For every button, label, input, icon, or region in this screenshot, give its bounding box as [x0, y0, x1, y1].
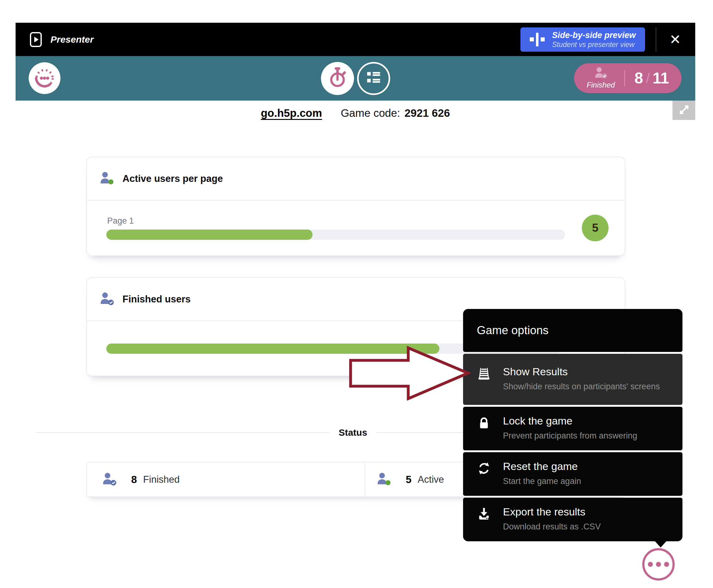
menu-item-reset-game[interactable]: Reset the game Start the game again: [463, 452, 683, 496]
finished-users-card-title: Finished users: [122, 294, 191, 305]
menu-item-subtitle: Start the game again: [503, 476, 581, 487]
finished-status-cell: 8 Finished: [87, 462, 365, 497]
join-url-link[interactable]: go.h5p.com: [261, 107, 322, 119]
menu-item-export-results[interactable]: Export the results Download results as .…: [463, 498, 683, 541]
session-info: go.h5p.com Game code:2921 626: [16, 107, 695, 119]
active-count: 5: [406, 474, 411, 485]
preview-button-subtitle: Student vs presenter view: [552, 41, 636, 49]
topbar-divider: [656, 27, 656, 52]
progress-separator: /: [646, 70, 650, 86]
menu-item-subtitle: Show/hide results on participants' scree…: [503, 381, 660, 393]
menu-item-show-results[interactable]: Show Results Show/hide results on partic…: [463, 354, 683, 405]
game-options-header: Game options: [463, 309, 683, 352]
badge-divider: [624, 70, 625, 86]
menu-caret: [652, 538, 669, 547]
pages-list-button[interactable]: [357, 62, 390, 95]
game-options-menu: Game options Show Results Show/hide resu…: [463, 309, 683, 541]
annotation-arrow: [348, 346, 471, 400]
person-active-icon: [376, 472, 391, 487]
person-check-icon: [102, 472, 117, 487]
menu-item-lock-game[interactable]: Lock the game Prevent participants from …: [463, 407, 683, 450]
menu-item-title: Export the results: [503, 506, 601, 518]
list-icon: [366, 70, 382, 87]
game-code: Game code:2921 626: [341, 107, 450, 119]
ellipsis-icon: [648, 562, 653, 567]
active-users-card: Active users per page Page 1 5: [86, 157, 626, 256]
page-row-label: Page 1: [107, 216, 565, 226]
menu-item-title: Show Results: [503, 365, 660, 378]
lock-icon: [477, 415, 492, 442]
stopwatch-icon: [326, 67, 349, 90]
menu-item-title: Reset the game: [503, 460, 581, 472]
finished-label: Finished: [143, 474, 180, 485]
timer-button[interactable]: [321, 62, 354, 95]
menu-item-title: Lock the game: [503, 415, 637, 427]
side-by-side-icon: [530, 33, 545, 46]
show-results-icon: [477, 365, 492, 393]
h5p-pulse-logo-icon: [29, 62, 60, 94]
status-heading-text: Status: [339, 427, 367, 438]
game-options-title: Game options: [477, 324, 548, 337]
progress-current: 8: [634, 69, 643, 87]
badge-finished-label: Finished: [587, 81, 615, 89]
finished-count: 8: [131, 474, 137, 485]
active-users-card-title: Active users per page: [122, 173, 223, 184]
menu-item-subtitle: Prevent participants from answering: [503, 430, 637, 442]
app-title: Presenter: [50, 34, 94, 45]
person-finished-icon: [99, 292, 114, 307]
finished-progress-badge[interactable]: Finished 8 / 11: [574, 63, 681, 93]
reset-icon: [477, 460, 492, 487]
game-code-label: Game code:: [341, 107, 400, 119]
export-icon: [477, 506, 492, 532]
person-active-icon: [99, 172, 114, 186]
presenter-screen: Presenter Side-by-side preview Student v…: [0, 0, 713, 588]
close-icon[interactable]: ✕: [666, 33, 685, 46]
top-bar: Presenter Side-by-side preview Student v…: [16, 23, 695, 56]
side-by-side-preview-button[interactable]: Side-by-side preview Student vs presente…: [521, 27, 645, 52]
active-label: Active: [417, 474, 444, 485]
active-progress-fill: [106, 230, 312, 240]
preview-button-title: Side-by-side preview: [552, 30, 636, 41]
game-code-value: 2921 626: [405, 107, 450, 119]
toolbar: Finished 8 / 11: [16, 56, 695, 101]
person-check-icon: [594, 67, 608, 80]
menu-item-subtitle: Download results as .CSV: [503, 521, 601, 532]
active-progress-track: [106, 230, 565, 240]
presenter-play-icon: [30, 32, 42, 47]
active-count-bubble: 5: [582, 215, 609, 241]
more-options-button[interactable]: [642, 548, 675, 581]
progress-total: 11: [653, 69, 669, 87]
